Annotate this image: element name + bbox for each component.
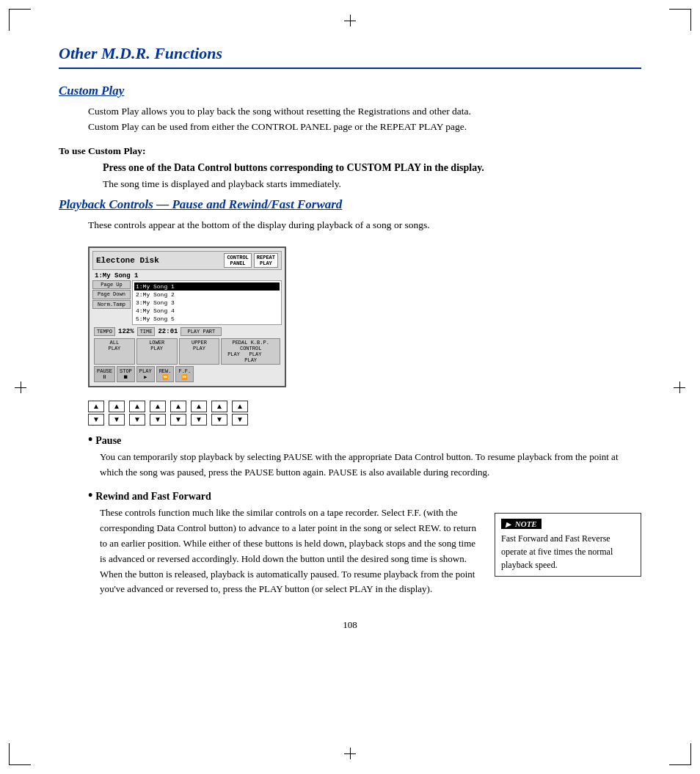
display-wrapper: Electone Disk CONTROL PANEL REPEAT PLAY … xyxy=(88,247,641,387)
song-item-1[interactable]: 1:My Song 1 xyxy=(134,282,280,291)
data-ctrl-8-up[interactable]: ▲ xyxy=(232,401,248,412)
control-panel-btn[interactable]: CONTROL PANEL xyxy=(224,253,251,268)
data-ctrl-3: ▲ ▼ xyxy=(129,401,145,426)
repeat-play-btn[interactable]: REPEAT PLAY xyxy=(254,253,278,268)
display-sidebar: Page Up Page Down Norm.Tamp xyxy=(92,280,131,325)
data-ctrl-4: ▲ ▼ xyxy=(150,401,166,426)
data-ctrl-3-up[interactable]: ▲ xyxy=(129,401,145,412)
data-ctrl-6-up[interactable]: ▲ xyxy=(191,401,207,412)
pedal-kbp-btn[interactable]: PEDAL K.B.P. CONTROLPLAY PLAY PLAY xyxy=(221,338,280,365)
rew-btn[interactable]: REW.⏪ xyxy=(156,366,175,382)
lower-play-btn[interactable]: LOWERPLAY xyxy=(136,338,178,365)
song-item-3[interactable]: 3:My Song 3 xyxy=(134,299,280,307)
bullet-sections: • Pause You can temporarily stop playbac… xyxy=(88,433,641,597)
note-label: ▶ NOTE xyxy=(501,519,542,529)
page-down-btn[interactable]: Page Down xyxy=(92,290,131,299)
rewind-section: • Rewind and Fast Forward ▶ NOTE Fast Fo… xyxy=(88,489,641,597)
transport-row: PAUSE⏸ STOP⏹ PLAY▶ REW.⏪ F.F.⏩ xyxy=(92,365,282,383)
tempo-val: 122% xyxy=(118,328,134,335)
pause-body: You can temporarily stop playback by sel… xyxy=(100,450,641,481)
data-ctrl-1-down[interactable]: ▼ xyxy=(88,414,104,426)
page-number: 108 xyxy=(59,619,641,631)
section-title: Other M.D.R. Functions xyxy=(59,44,641,69)
current-song-label: 1:My Song 1 xyxy=(92,271,282,280)
tempo-time-row: TEMPO 122% TIME 22:01 PLAY PART xyxy=(92,326,282,337)
playback-controls-body: These controls appear at the bottom of t… xyxy=(88,218,641,233)
data-ctrl-1-up[interactable]: ▲ xyxy=(88,401,104,412)
song-item-4[interactable]: 4:My Song 4 xyxy=(134,307,280,315)
display-song-list: 1:My Song 1 2:My Song 2 3:My Song 3 4:My… xyxy=(132,280,282,325)
data-ctrl-6-down[interactable]: ▼ xyxy=(191,414,207,426)
rewind-title: • Rewind and Fast Forward xyxy=(88,489,641,503)
play-btn[interactable]: PLAY▶ xyxy=(136,366,155,382)
instruction-step: Press one of the Data Control buttons co… xyxy=(103,160,641,175)
upper-play-btn[interactable]: UPPERPLAY xyxy=(179,338,220,365)
corner-mark-tr xyxy=(669,9,691,31)
data-ctrl-5-up[interactable]: ▲ xyxy=(170,401,186,412)
instruction-result: The song time is displayed and playback … xyxy=(103,178,641,190)
custom-play-body1: Custom Play allows you to play back the … xyxy=(88,104,641,135)
data-ctrl-8: ▲ ▼ xyxy=(232,401,248,426)
corner-mark-tl xyxy=(9,9,31,31)
data-ctrl-7-down[interactable]: ▼ xyxy=(211,414,227,426)
all-play-btn[interactable]: ALLPLAY xyxy=(94,338,135,365)
data-ctrl-8-down[interactable]: ▼ xyxy=(232,414,248,426)
data-ctrl-2: ▲ ▼ xyxy=(109,401,125,426)
display-screen: Electone Disk CONTROL PANEL REPEAT PLAY … xyxy=(88,247,286,387)
pause-btn[interactable]: PAUSE⏸ xyxy=(94,366,115,382)
data-ctrl-3-down[interactable]: ▼ xyxy=(129,414,145,426)
data-ctrl-6: ▲ ▼ xyxy=(191,401,207,426)
data-controls: ▲ ▼ ▲ ▼ ▲ ▼ ▲ ▼ ▲ ▼ ▲ ▼ ▲ ▼ ▲ ▼ xyxy=(88,401,641,426)
play-part-label: PLAY PART xyxy=(181,327,222,336)
corner-mark-bl xyxy=(9,743,31,765)
tempo-label: TEMPO xyxy=(94,327,115,336)
ff-btn[interactable]: F.F.⏩ xyxy=(175,366,194,382)
data-ctrl-2-up[interactable]: ▲ xyxy=(109,401,125,412)
pause-section: • Pause You can temporarily stop playbac… xyxy=(88,433,641,481)
custom-play-heading: Custom Play xyxy=(59,84,641,98)
playback-controls-heading: Playback Controls — Pause and Rewind/Fas… xyxy=(59,197,641,212)
time-label: TIME xyxy=(137,327,156,336)
data-ctrl-1: ▲ ▼ xyxy=(88,401,104,426)
display-header-left: Electone Disk xyxy=(96,256,159,265)
song-item-5[interactable]: 5:My Song 5 xyxy=(134,315,280,323)
data-ctrl-2-down[interactable]: ▼ xyxy=(109,414,125,426)
data-ctrl-7-up[interactable]: ▲ xyxy=(211,401,227,412)
note-text: Fast Forward and Fast Reverse operate at… xyxy=(501,532,635,572)
norm-tamp-btn[interactable]: Norm.Tamp xyxy=(92,300,131,309)
song-item-2[interactable]: 2:My Song 2 xyxy=(134,291,280,299)
time-val: 22:01 xyxy=(158,328,178,335)
data-ctrl-7: ▲ ▼ xyxy=(211,401,227,426)
data-ctrl-4-up[interactable]: ▲ xyxy=(150,401,166,412)
pause-title: • Pause xyxy=(88,433,641,447)
display-body: Page Up Page Down Norm.Tamp 1:My Song 1 … xyxy=(92,280,282,325)
play-controls-row: ALLPLAY LOWERPLAY UPPERPLAY PEDAL K.B.P.… xyxy=(92,338,282,365)
display-footer: TEMPO 122% TIME 22:01 PLAY PART ALLPLAY … xyxy=(92,326,282,383)
cross-mark-top xyxy=(344,15,356,26)
page: Other M.D.R. Functions Custom Play Custo… xyxy=(0,0,700,774)
instruction-label: To use Custom Play: xyxy=(59,145,641,157)
cross-mark-left xyxy=(15,381,26,393)
corner-mark-br xyxy=(669,743,691,765)
data-ctrl-4-down[interactable]: ▼ xyxy=(150,414,166,426)
cross-mark-bottom xyxy=(344,748,356,759)
display-header: Electone Disk CONTROL PANEL REPEAT PLAY xyxy=(92,251,282,270)
note-box: ▶ NOTE Fast Forward and Fast Reverse ope… xyxy=(495,513,641,577)
data-ctrl-5-down[interactable]: ▼ xyxy=(170,414,186,426)
stop-btn[interactable]: STOP⏹ xyxy=(117,366,135,382)
cross-mark-right xyxy=(674,381,685,393)
page-up-btn[interactable]: Page Up xyxy=(92,280,131,289)
data-ctrl-5: ▲ ▼ xyxy=(170,401,186,426)
